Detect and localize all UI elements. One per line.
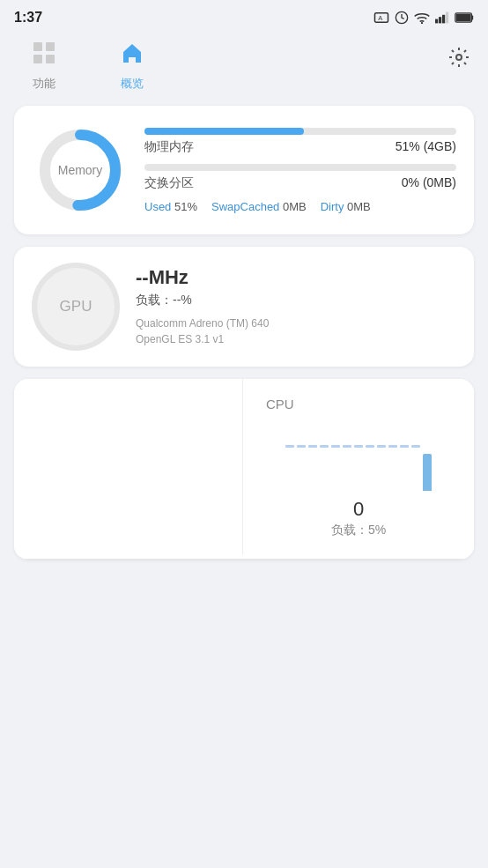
cpu-inner: CPU 0 负载：5% xyxy=(14,379,474,555)
gpu-circle: GPU xyxy=(32,263,120,351)
memory-donut-label: Memory xyxy=(58,163,103,177)
gpu-desc2: OpenGL ES 3.1 v1 xyxy=(136,331,456,347)
clock-icon xyxy=(395,11,409,25)
settings-button[interactable] xyxy=(447,46,470,74)
svg-text:A: A xyxy=(378,14,382,22)
nav-bar: 功能 概览 xyxy=(0,32,488,95)
svg-rect-9 xyxy=(471,15,473,19)
cards-container: Memory 物理内存 51% (4GB) 交换分区 xyxy=(0,95,488,570)
memory-donut: Memory xyxy=(32,122,129,219)
home-icon xyxy=(119,40,145,72)
gpu-desc1: Qualcomm Adreno (TM) 640 xyxy=(136,315,456,331)
memory-card: Memory 物理内存 51% (4GB) 交换分区 xyxy=(14,106,474,234)
svg-rect-11 xyxy=(33,42,42,51)
physical-memory-label-row: 物理内存 51% (4GB) xyxy=(144,139,456,155)
status-bar: 1:37 A xyxy=(0,0,488,32)
cpu-right: CPU 0 负载：5% xyxy=(243,379,474,555)
swapcached-stat: SwapCached 0MB xyxy=(211,200,307,213)
cpu-card: CPU 0 负载：5% xyxy=(14,379,474,560)
svg-rect-7 xyxy=(446,12,448,24)
grid-icon xyxy=(31,40,57,72)
svg-rect-4 xyxy=(435,19,438,24)
cpu-chart xyxy=(257,420,460,491)
svg-point-3 xyxy=(421,22,423,24)
svg-rect-5 xyxy=(439,17,441,23)
tab-features-label: 功能 xyxy=(33,76,55,92)
cpu-title: CPU xyxy=(257,397,294,412)
battery-icon xyxy=(455,12,474,23)
svg-rect-13 xyxy=(33,55,42,63)
memory-stats: Used 51% SwapCached 0MB Dirty 0MB xyxy=(144,200,456,213)
svg-rect-6 xyxy=(442,15,445,24)
gpu-card: GPU --MHz 负载：--% Qualcomm Adreno (TM) 64… xyxy=(14,247,474,367)
svg-point-15 xyxy=(456,55,462,60)
gpu-mhz: --MHz xyxy=(136,266,456,289)
physical-label: 物理内存 xyxy=(144,139,194,155)
signal-icon xyxy=(435,11,449,24)
svg-rect-12 xyxy=(46,42,55,51)
memory-info: 物理内存 51% (4GB) 交换分区 0% (0MB) Used 51% xyxy=(144,128,456,213)
cpu-left xyxy=(14,379,243,555)
cpu-number: 0 xyxy=(353,498,364,521)
gpu-load: 负载：--% xyxy=(136,293,456,308)
physical-bar-fill xyxy=(144,128,304,135)
physical-memory-row: 物理内存 51% (4GB) xyxy=(144,128,456,155)
tab-features[interactable]: 功能 xyxy=(0,35,88,95)
tab-overview[interactable]: 概览 xyxy=(88,35,176,95)
status-time: 1:37 xyxy=(14,10,42,26)
swap-memory-label-row: 交换分区 0% (0MB) xyxy=(144,175,456,191)
svg-rect-14 xyxy=(46,55,55,63)
swap-bar-bg xyxy=(144,164,456,171)
gpu-info: --MHz 负载：--% Qualcomm Adreno (TM) 640 Op… xyxy=(136,266,456,347)
cpu-divider xyxy=(14,559,474,560)
cpu-load-label: 负载：5% xyxy=(331,523,386,538)
wifi-icon xyxy=(414,11,430,24)
keyboard-icon: A xyxy=(373,10,389,26)
swap-label: 交换分区 xyxy=(144,175,194,191)
physical-value: 51% (4GB) xyxy=(396,139,456,155)
dirty-stat: Dirty 0MB xyxy=(321,200,371,213)
swap-memory-row: 交换分区 0% (0MB) xyxy=(144,164,456,191)
used-stat: Used 51% xyxy=(144,200,197,213)
svg-rect-10 xyxy=(456,14,471,21)
swap-value: 0% (0MB) xyxy=(402,175,456,191)
status-icons: A xyxy=(373,10,474,26)
physical-bar-bg xyxy=(144,128,456,135)
tab-overview-label: 概览 xyxy=(121,76,144,92)
